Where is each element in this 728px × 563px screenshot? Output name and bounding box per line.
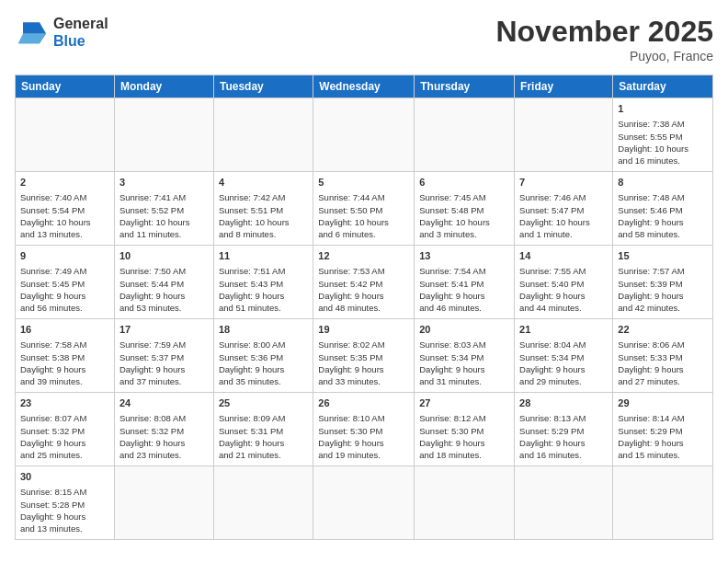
day-info: Sunrise: 8:04 AM Sunset: 5:34 PM Dayligh…	[519, 339, 608, 387]
location: Puyoo, France	[495, 49, 713, 63]
day-number: 1	[618, 102, 708, 116]
day-info: Sunrise: 7:40 AM Sunset: 5:54 PM Dayligh…	[20, 191, 109, 240]
month-title: November 2025	[495, 15, 713, 49]
calendar-week-row: 1Sunrise: 7:38 AM Sunset: 5:55 PM Daylig…	[16, 98, 713, 172]
calendar-cell: 22Sunrise: 8:06 AM Sunset: 5:33 PM Dayli…	[613, 319, 713, 393]
day-info: Sunrise: 7:53 AM Sunset: 5:42 PM Dayligh…	[318, 265, 409, 314]
logo-text: General Blue	[53, 15, 108, 50]
day-number: 9	[20, 249, 109, 263]
calendar-cell: 16Sunrise: 7:58 AM Sunset: 5:38 PM Dayli…	[16, 319, 115, 393]
day-info: Sunrise: 8:13 AM Sunset: 5:29 PM Dayligh…	[519, 412, 608, 461]
day-header-friday: Friday	[515, 75, 613, 98]
calendar-cell	[415, 98, 515, 172]
day-number: 10	[119, 249, 209, 263]
calendar-cell: 25Sunrise: 8:09 AM Sunset: 5:31 PM Dayli…	[213, 393, 313, 466]
day-number: 25	[219, 396, 308, 410]
day-info: Sunrise: 8:14 AM Sunset: 5:29 PM Dayligh…	[618, 412, 708, 461]
day-info: Sunrise: 8:07 AM Sunset: 5:32 PM Dayligh…	[20, 412, 109, 461]
calendar-week-row: 9Sunrise: 7:49 AM Sunset: 5:45 PM Daylig…	[16, 246, 713, 319]
calendar-cell: 1Sunrise: 7:38 AM Sunset: 5:55 PM Daylig…	[613, 98, 713, 172]
day-number: 26	[318, 396, 409, 410]
calendar-header-row: SundayMondayTuesdayWednesdayThursdayFrid…	[16, 75, 713, 98]
day-info: Sunrise: 8:00 AM Sunset: 5:36 PM Dayligh…	[219, 339, 308, 387]
day-header-thursday: Thursday	[415, 75, 515, 98]
calendar-cell: 12Sunrise: 7:53 AM Sunset: 5:42 PM Dayli…	[313, 246, 415, 319]
day-info: Sunrise: 8:03 AM Sunset: 5:34 PM Dayligh…	[419, 339, 509, 387]
day-number: 11	[219, 249, 308, 263]
day-number: 3	[119, 176, 209, 190]
day-info: Sunrise: 7:58 AM Sunset: 5:38 PM Dayligh…	[20, 339, 109, 387]
day-info: Sunrise: 7:50 AM Sunset: 5:44 PM Dayligh…	[119, 265, 209, 314]
day-number: 29	[618, 396, 708, 410]
day-number: 6	[419, 176, 509, 190]
calendar-cell: 13Sunrise: 7:54 AM Sunset: 5:41 PM Dayli…	[415, 246, 515, 319]
day-number: 22	[618, 323, 708, 337]
day-info: Sunrise: 7:42 AM Sunset: 5:51 PM Dayligh…	[219, 191, 308, 240]
calendar-cell: 26Sunrise: 8:10 AM Sunset: 5:30 PM Dayli…	[313, 393, 415, 466]
calendar-cell: 8Sunrise: 7:48 AM Sunset: 5:46 PM Daylig…	[613, 172, 713, 246]
calendar-cell	[313, 98, 415, 172]
calendar-cell	[16, 98, 115, 172]
day-info: Sunrise: 7:55 AM Sunset: 5:40 PM Dayligh…	[519, 265, 608, 314]
day-info: Sunrise: 8:12 AM Sunset: 5:30 PM Dayligh…	[419, 412, 509, 461]
day-info: Sunrise: 7:51 AM Sunset: 5:43 PM Dayligh…	[219, 265, 308, 314]
day-number: 12	[318, 249, 409, 263]
calendar-cell: 3Sunrise: 7:41 AM Sunset: 5:52 PM Daylig…	[114, 172, 213, 246]
calendar-cell: 18Sunrise: 8:00 AM Sunset: 5:36 PM Dayli…	[213, 319, 313, 393]
day-info: Sunrise: 7:57 AM Sunset: 5:39 PM Dayligh…	[618, 265, 708, 314]
day-number: 20	[419, 323, 509, 337]
calendar-cell: 7Sunrise: 7:46 AM Sunset: 5:47 PM Daylig…	[515, 172, 613, 246]
day-header-wednesday: Wednesday	[313, 75, 415, 98]
day-info: Sunrise: 8:02 AM Sunset: 5:35 PM Dayligh…	[318, 339, 409, 387]
calendar-cell	[114, 98, 213, 172]
day-number: 7	[519, 176, 608, 190]
calendar-cell: 15Sunrise: 7:57 AM Sunset: 5:39 PM Dayli…	[613, 246, 713, 319]
calendar-cell: 30Sunrise: 8:15 AM Sunset: 5:28 PM Dayli…	[16, 466, 115, 540]
day-number: 21	[519, 323, 608, 337]
day-info: Sunrise: 7:59 AM Sunset: 5:37 PM Dayligh…	[119, 339, 209, 387]
logo: General Blue	[15, 15, 108, 50]
day-info: Sunrise: 7:49 AM Sunset: 5:45 PM Dayligh…	[20, 265, 109, 314]
calendar-cell: 11Sunrise: 7:51 AM Sunset: 5:43 PM Dayli…	[213, 246, 313, 319]
day-info: Sunrise: 8:15 AM Sunset: 5:28 PM Dayligh…	[20, 486, 109, 534]
calendar-cell	[415, 466, 515, 540]
calendar-cell: 14Sunrise: 7:55 AM Sunset: 5:40 PM Dayli…	[515, 246, 613, 319]
day-number: 19	[318, 323, 409, 337]
day-info: Sunrise: 7:54 AM Sunset: 5:41 PM Dayligh…	[419, 265, 509, 314]
calendar-week-row: 30Sunrise: 8:15 AM Sunset: 5:28 PM Dayli…	[16, 466, 713, 540]
day-number: 14	[519, 249, 608, 263]
calendar-cell: 24Sunrise: 8:08 AM Sunset: 5:32 PM Dayli…	[114, 393, 213, 466]
day-header-monday: Monday	[114, 75, 213, 98]
calendar-cell	[313, 466, 415, 540]
day-number: 8	[618, 176, 708, 190]
calendar-cell: 4Sunrise: 7:42 AM Sunset: 5:51 PM Daylig…	[213, 172, 313, 246]
day-info: Sunrise: 8:06 AM Sunset: 5:33 PM Dayligh…	[618, 339, 708, 387]
day-number: 4	[219, 176, 308, 190]
day-info: Sunrise: 7:44 AM Sunset: 5:50 PM Dayligh…	[318, 191, 409, 240]
title-block: November 2025 Puyoo, France	[495, 15, 713, 63]
calendar-cell	[213, 98, 313, 172]
calendar-week-row: 16Sunrise: 7:58 AM Sunset: 5:38 PM Dayli…	[16, 319, 713, 393]
calendar-cell	[213, 466, 313, 540]
day-number: 18	[219, 323, 308, 337]
calendar-cell	[613, 466, 713, 540]
calendar-week-row: 23Sunrise: 8:07 AM Sunset: 5:32 PM Dayli…	[16, 393, 713, 466]
day-number: 5	[318, 176, 409, 190]
calendar-cell: 27Sunrise: 8:12 AM Sunset: 5:30 PM Dayli…	[415, 393, 515, 466]
logo-icon	[15, 16, 48, 49]
day-number: 16	[20, 323, 109, 337]
day-number: 13	[419, 249, 509, 263]
calendar-cell	[515, 98, 613, 172]
svg-marker-1	[18, 34, 47, 44]
calendar-cell: 23Sunrise: 8:07 AM Sunset: 5:32 PM Dayli…	[16, 393, 115, 466]
day-header-tuesday: Tuesday	[213, 75, 313, 98]
day-header-sunday: Sunday	[16, 75, 115, 98]
day-info: Sunrise: 7:38 AM Sunset: 5:55 PM Dayligh…	[618, 118, 708, 167]
calendar-cell: 19Sunrise: 8:02 AM Sunset: 5:35 PM Dayli…	[313, 319, 415, 393]
day-info: Sunrise: 7:45 AM Sunset: 5:48 PM Dayligh…	[419, 191, 509, 240]
calendar-cell: 17Sunrise: 7:59 AM Sunset: 5:37 PM Dayli…	[114, 319, 213, 393]
day-info: Sunrise: 7:41 AM Sunset: 5:52 PM Dayligh…	[119, 191, 209, 240]
day-number: 15	[618, 249, 708, 263]
page-header: General Blue November 2025 Puyoo, France	[15, 15, 713, 63]
calendar-cell: 2Sunrise: 7:40 AM Sunset: 5:54 PM Daylig…	[16, 172, 115, 246]
